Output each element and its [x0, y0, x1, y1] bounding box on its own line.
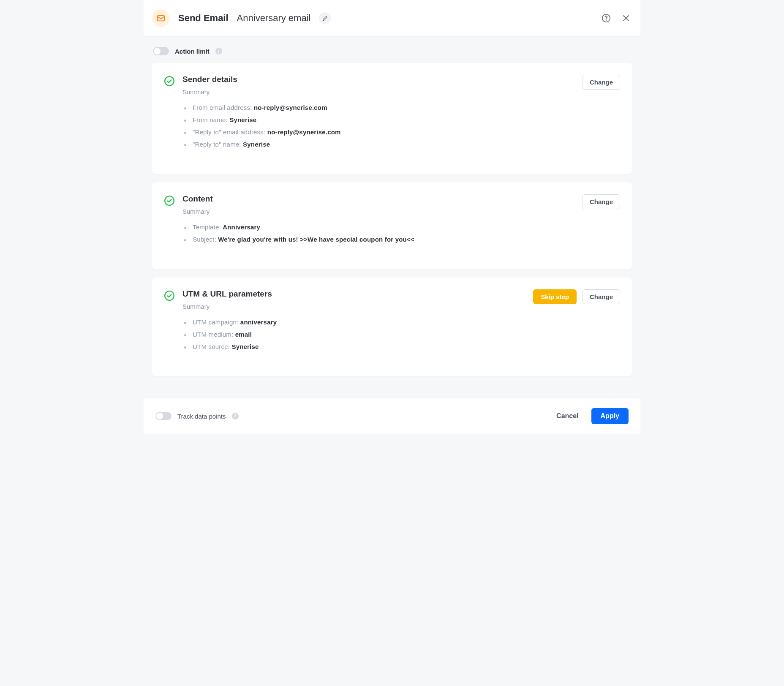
card-title: UTM & URL parameters — [182, 289, 525, 299]
item-value: Synerise — [243, 141, 270, 148]
item-label: UTM campaign: — [193, 318, 240, 326]
change-button[interactable]: Change — [583, 194, 620, 209]
mail-icon — [152, 9, 170, 27]
track-data-points-toggle[interactable] — [155, 412, 172, 420]
cancel-button[interactable]: Cancel — [550, 408, 585, 424]
help-button[interactable] — [602, 14, 611, 23]
card-head: UTM & URL parameters Summary Skip step C… — [164, 289, 620, 310]
list-item: UTM medium: email — [184, 331, 620, 338]
summary-list: From email address: no-reply@synerise.co… — [184, 104, 620, 148]
card-actions: Change — [583, 194, 620, 209]
sender-details-card: Sender details Summary Change From email… — [152, 63, 632, 174]
card-head-main: Sender details Summary — [182, 75, 575, 95]
item-label: "Reply to" name: — [193, 141, 243, 148]
footer: Track data points i Cancel Apply — [144, 397, 640, 434]
list-item: UTM source: Synerise — [184, 343, 620, 350]
page-subtitle: Anniversary email — [237, 13, 311, 24]
change-button[interactable]: Change — [583, 75, 620, 90]
card-subtitle: Summary — [182, 88, 575, 95]
list-item: Subject: We're glad you're with us! >>We… — [184, 236, 620, 243]
item-label: From email address: — [193, 104, 254, 111]
utm-card: UTM & URL parameters Summary Skip step C… — [152, 278, 632, 376]
header-left: Send Email Anniversary email — [152, 9, 602, 27]
track-data-points-label: Track data points — [177, 413, 226, 420]
page: Send Email Anniversary email Action limi… — [144, 0, 640, 434]
item-value: no-reply@synerise.com — [267, 128, 341, 136]
skip-step-button[interactable]: Skip step — [533, 289, 577, 304]
card-head: Content Summary Change — [164, 194, 620, 215]
body: Action limit i Sender details Summary Ch… — [144, 37, 640, 397]
summary-list: Template: Anniversary Subject: We're gla… — [184, 223, 620, 243]
item-value: Synerise — [229, 116, 256, 123]
item-value: Synerise — [231, 343, 259, 350]
edit-title-button[interactable] — [319, 12, 331, 24]
header-right — [602, 14, 630, 23]
change-button[interactable]: Change — [583, 289, 620, 304]
apply-button[interactable]: Apply — [591, 408, 629, 424]
list-item: "Reply to" name: Synerise — [184, 141, 620, 148]
item-value: anniversary — [240, 318, 277, 326]
item-label: Template: — [193, 223, 223, 231]
help-icon — [602, 14, 611, 23]
item-label: "Reply to" email address: — [193, 128, 267, 136]
item-label: From name: — [193, 116, 229, 123]
action-limit-label: Action limit — [175, 48, 210, 55]
item-value: no-reply@synerise.com — [254, 104, 327, 111]
item-value: email — [235, 331, 252, 338]
card-head-main: Content Summary — [182, 194, 575, 215]
check-icon — [164, 76, 175, 88]
close-button[interactable] — [622, 14, 630, 22]
card-subtitle: Summary — [182, 303, 525, 310]
footer-left: Track data points i — [155, 412, 550, 420]
check-icon — [164, 290, 175, 303]
list-item: "Reply to" email address: no-reply@syner… — [184, 128, 620, 136]
close-icon — [622, 14, 630, 22]
card-head: Sender details Summary Change — [164, 75, 620, 95]
pencil-icon — [322, 16, 328, 21]
info-icon[interactable]: i — [215, 48, 222, 54]
item-value: Anniversary — [223, 223, 260, 231]
card-head-main: UTM & URL parameters Summary — [182, 289, 525, 310]
action-limit-row: Action limit i — [152, 44, 632, 63]
page-title: Send Email — [178, 13, 229, 24]
item-label: Subject: — [193, 236, 218, 243]
item-value: We're glad you're with us! >>We have spe… — [218, 236, 414, 243]
summary-list: UTM campaign: anniversary UTM medium: em… — [184, 318, 620, 350]
item-label: UTM source: — [193, 343, 231, 350]
list-item: From name: Synerise — [184, 116, 620, 123]
card-actions: Skip step Change — [533, 289, 620, 304]
content-card: Content Summary Change Template: Anniver… — [152, 182, 632, 269]
list-item: UTM campaign: anniversary — [184, 318, 620, 326]
card-title: Content — [182, 194, 575, 204]
card-subtitle: Summary — [182, 208, 575, 215]
header: Send Email Anniversary email — [144, 0, 640, 37]
list-item: Template: Anniversary — [184, 223, 620, 231]
svg-rect-0 — [158, 16, 165, 21]
card-actions: Change — [583, 75, 620, 90]
item-label: UTM medium: — [193, 331, 235, 338]
info-icon[interactable]: i — [232, 413, 239, 419]
check-icon — [164, 195, 175, 208]
list-item: From email address: no-reply@synerise.co… — [184, 104, 620, 111]
svg-point-2 — [606, 20, 607, 20]
card-title: Sender details — [182, 75, 575, 84]
action-limit-toggle[interactable] — [153, 47, 169, 55]
